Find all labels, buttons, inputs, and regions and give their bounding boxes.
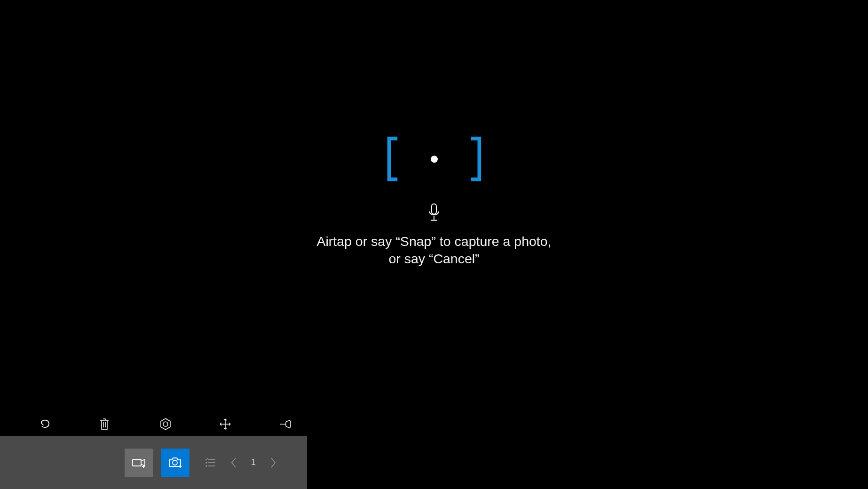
- video-camera-icon: [132, 457, 146, 468]
- svg-point-4: [163, 422, 168, 426]
- microphone-icon: [428, 203, 440, 223]
- camera-icon: [168, 457, 182, 469]
- pin-icon: [279, 419, 292, 429]
- pin-button[interactable]: [279, 412, 339, 436]
- svg-rect-0: [432, 204, 436, 214]
- instruction-text: Airtap or say “Snap” to capture a photo,…: [316, 233, 551, 268]
- list-icon: [205, 458, 216, 467]
- prev-button[interactable]: [230, 457, 237, 468]
- svg-marker-3: [161, 418, 170, 430]
- undo-button[interactable]: [39, 412, 99, 436]
- list-button[interactable]: [205, 458, 216, 467]
- svg-point-11: [206, 462, 207, 463]
- bottom-bar: 1: [0, 436, 307, 489]
- next-button[interactable]: [270, 457, 276, 468]
- page-number: 1: [251, 457, 256, 467]
- edit-toolbar: [0, 412, 339, 436]
- viewfinder[interactable]: Airtap or say “Snap” to capture a photo,…: [316, 136, 551, 268]
- undo-icon: [39, 418, 52, 431]
- target-button[interactable]: [159, 412, 219, 436]
- svg-point-8: [173, 460, 177, 465]
- svg-point-12: [206, 465, 207, 466]
- svg-rect-5: [133, 459, 141, 466]
- center-dot-icon: [431, 155, 438, 162]
- bracket-right-icon: [471, 136, 481, 181]
- photo-mode-button[interactable]: [161, 449, 189, 477]
- video-mode-button[interactable]: [125, 449, 153, 477]
- chevron-right-icon: [270, 457, 276, 468]
- page-nav: 1: [205, 457, 276, 468]
- instruction-line1: Airtap or say “Snap” to capture a photo,: [316, 234, 551, 249]
- target-icon: [159, 418, 172, 431]
- capture-brackets: [387, 136, 481, 181]
- trash-icon: [99, 418, 110, 431]
- bracket-left-icon: [387, 136, 397, 181]
- move-icon: [219, 418, 231, 430]
- chevron-left-icon: [230, 457, 237, 468]
- delete-button[interactable]: [99, 412, 159, 436]
- instruction-line2: or say “Cancel”: [388, 252, 479, 267]
- move-button[interactable]: [219, 412, 279, 436]
